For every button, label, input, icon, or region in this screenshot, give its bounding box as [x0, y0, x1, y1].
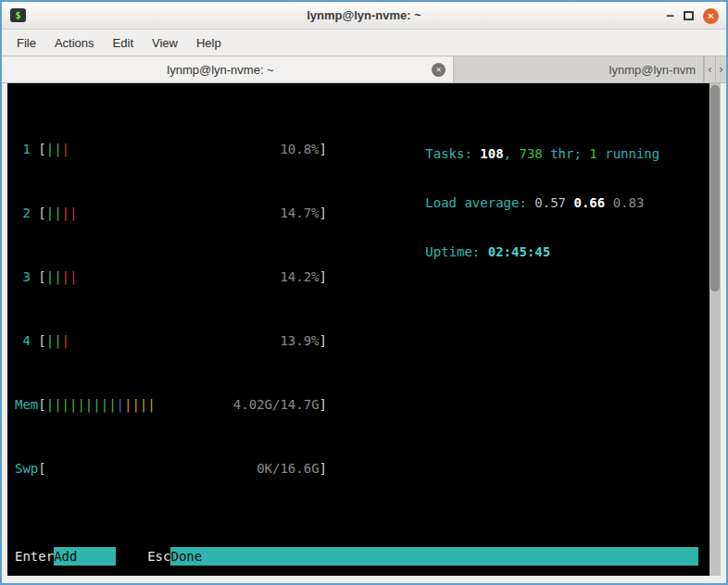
meter-value: 10.8%	[280, 140, 319, 159]
meter-bracket: ]	[320, 204, 327, 223]
minimize-button[interactable]: −	[666, 11, 674, 20]
fn-key-enter[interactable]: Enter	[15, 547, 54, 566]
cpu-meter-3: 3 [||||14.2%]	[15, 268, 327, 287]
meter-bars: ||||	[46, 204, 78, 223]
meter-label: Mem	[15, 395, 38, 415]
menu-actions[interactable]: Actions	[45, 32, 104, 54]
meter-bracket: ]	[320, 331, 327, 351]
tabbar: lynmp@lyn-nvme: ~ ✕ lynmp@lyn-nvm ‹ ›	[2, 56, 726, 83]
cpu-meter-4: 4 [|||13.9%]	[15, 331, 327, 351]
menu-view[interactable]: View	[143, 32, 187, 54]
terminal-icon: $	[10, 8, 26, 22]
meter-bracket: [	[38, 395, 45, 415]
menubar: File Actions Edit View Help	[2, 30, 726, 56]
scrollbar-thumb[interactable]	[710, 85, 720, 292]
meter-bracket: [	[38, 459, 45, 479]
tab-inactive-label: lynmp@lyn-nvm	[461, 63, 696, 77]
terminal-window[interactable]: 1 [|||10.8%] 2 [||||14.7%] 3 [||||14.2%]…	[7, 83, 721, 576]
meter-label: 1	[15, 140, 38, 159]
meter-label: Swp	[15, 459, 38, 479]
fn-key-esc[interactable]: Esc	[147, 547, 170, 566]
maximize-button[interactable]	[684, 11, 694, 20]
meter-value: 13.9%	[280, 331, 319, 351]
menu-file[interactable]: File	[7, 32, 45, 54]
cpu-meter-2: 2 [||||14.7%]	[15, 204, 327, 223]
meter-label: 4	[15, 331, 38, 351]
meter-bars: |||	[46, 140, 69, 159]
meter-column: 1 [|||10.8%] 2 [||||14.7%] 3 [||||14.2%]…	[15, 95, 327, 523]
meter-bars: |||	[46, 331, 69, 351]
meter-value: 14.2%	[280, 268, 319, 287]
stats-column: Tasks: 108, 738 thr; 1 running Load aver…	[347, 95, 659, 523]
meter-bracket: ]	[320, 395, 327, 415]
meter-bars: ||||||||||||||	[46, 395, 156, 415]
meter-value: 14.7%	[280, 204, 319, 223]
fn-action-done[interactable]: Done	[170, 547, 698, 566]
tasks-line: Tasks: 108, 738 thr; 1 running	[347, 125, 659, 144]
terminal-scrollbar[interactable]	[709, 83, 721, 576]
meter-label: 2	[15, 204, 38, 223]
meter-bracket: [	[38, 140, 45, 159]
memory-meter: Mem[||||||||||||||4.02G/14.7G]	[15, 395, 327, 415]
tab-active-label: lynmp@lyn-nvme: ~	[9, 63, 432, 77]
menu-edit[interactable]: Edit	[104, 32, 143, 54]
swap-meter: Swp[0K/16.6G]	[15, 459, 327, 479]
meter-bracket: ]	[320, 459, 327, 479]
menu-help[interactable]: Help	[187, 32, 231, 54]
tab-scroll-left-icon[interactable]: ‹	[704, 56, 715, 82]
tab-scroll-right-icon[interactable]: ›	[715, 56, 726, 82]
htop-header-area: 1 [|||10.8%] 2 [||||14.7%] 3 [||||14.2%]…	[15, 95, 709, 523]
window-controls: − ✕	[666, 2, 719, 30]
fn-action-add[interactable]: Add	[54, 547, 116, 566]
htop-setup-screen: 1 [|||10.8%] 2 [||||14.7%] 3 [||||14.2%]…	[7, 83, 709, 576]
meter-bracket: [	[38, 331, 45, 351]
close-button[interactable]: ✕	[703, 8, 719, 24]
tab-inactive[interactable]: lynmp@lyn-nvm	[454, 56, 704, 82]
fn-gap	[116, 547, 147, 566]
window-title: lynmp@lyn-nvme: ~	[2, 8, 726, 22]
function-bar: EnterAddEscDone	[15, 547, 698, 566]
meter-value: 0K/16.6G	[257, 459, 319, 479]
meter-bars: ||||	[46, 268, 78, 287]
titlebar: $ lynmp@lyn-nvme: ~ − ✕	[2, 2, 726, 30]
meter-label: 3	[15, 268, 38, 287]
tab-close-icon[interactable]: ✕	[432, 63, 446, 77]
cpu-meter-1: 1 [|||10.8%]	[15, 140, 327, 159]
meter-bracket: ]	[320, 140, 327, 159]
meter-bracket: [	[38, 268, 45, 287]
meter-bracket: ]	[320, 268, 327, 287]
tab-active[interactable]: lynmp@lyn-nvme: ~ ✕	[2, 56, 454, 82]
meter-value: 4.02G/14.7G	[233, 395, 320, 415]
meter-bracket: [	[38, 204, 45, 223]
